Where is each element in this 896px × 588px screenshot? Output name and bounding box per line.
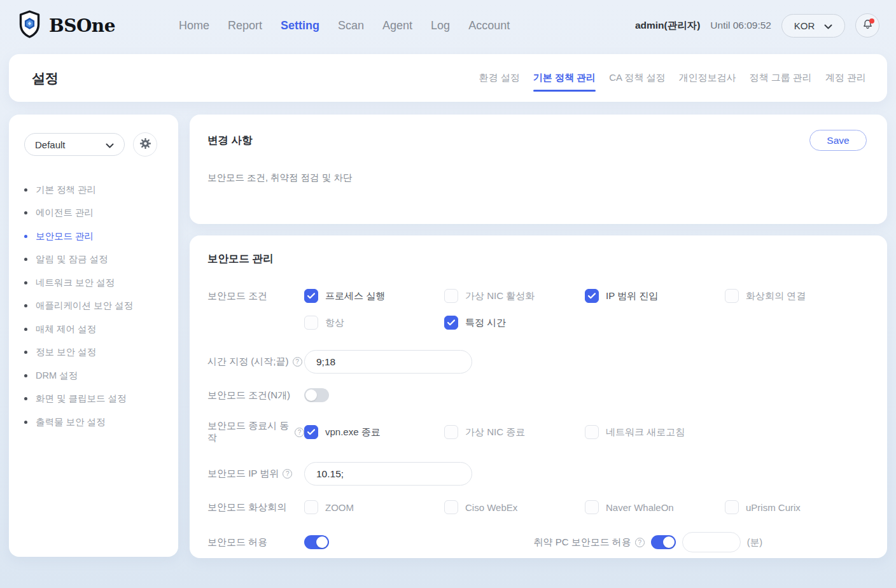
- checkbox-virtual-nic-active[interactable]: 가상 NIC 활성화: [444, 289, 585, 303]
- main-column: 변경 사항 Save 보안모드 조건, 취약점 점검 및 차단 보안모드 관리 …: [190, 115, 887, 558]
- nav-home[interactable]: Home: [179, 19, 209, 32]
- language-select[interactable]: KOR: [781, 14, 845, 38]
- checkbox-network-refresh[interactable]: 네트워크 새로고침: [585, 425, 725, 439]
- bullet-icon: [24, 374, 27, 377]
- sidebar-menu: 기본 정책 관리 에이전트 관리 보안모드 관리 알림 및 잠금 설정 네트워크…: [24, 178, 163, 434]
- bullet-icon: [24, 281, 27, 284]
- secure-mode-allow-toggle[interactable]: [304, 535, 329, 549]
- sidebar-item-basic-policy[interactable]: 기본 정책 관리: [24, 178, 163, 202]
- checkbox-naver-whaleon[interactable]: Naver WhaleOn: [585, 500, 725, 514]
- checkbox-ip-range-entry[interactable]: IP 범위 진입: [585, 289, 725, 303]
- vulnerable-pc-label: 취약 PC 보안모드 허용 ?: [533, 536, 644, 549]
- nav-agent[interactable]: Agent: [382, 19, 412, 32]
- minutes-unit-label: (분): [747, 536, 762, 549]
- bullet-icon: [24, 258, 27, 261]
- checkbox-virtual-nic-exit[interactable]: 가상 NIC 종료: [444, 425, 585, 439]
- ip-range-label: 보안모드 IP 범위 ?: [207, 468, 304, 480]
- shield-logo-icon: [17, 10, 43, 41]
- checkbox-uprism-curix[interactable]: uPrism Curix: [725, 500, 869, 514]
- tab-policy-group[interactable]: 정책 그룹 관리: [749, 69, 811, 87]
- time-range-input[interactable]: [304, 350, 472, 374]
- sidebar-item-print-security[interactable]: 출력물 보안 설정: [24, 410, 163, 434]
- checkbox-icon: [585, 500, 599, 514]
- policy-select-value: Default: [35, 139, 66, 150]
- checkbox-ciso-webex[interactable]: Ciso WebEx: [444, 500, 585, 514]
- info-icon: ?: [293, 357, 302, 367]
- info-icon: ?: [283, 469, 292, 479]
- settings-tabs: 환경 설정 기본 정책 관리 CA 정책 설정 개인정보검사 정책 그룹 관리 …: [479, 69, 866, 87]
- checkbox-icon: [725, 500, 739, 514]
- checkbox-icon: [725, 289, 739, 303]
- tab-privacy-scan[interactable]: 개인정보검사: [678, 69, 736, 87]
- time-range-label: 시간 지정 (시작;끝) ?: [207, 356, 304, 368]
- tab-env-settings[interactable]: 환경 설정: [479, 69, 520, 87]
- condition-row: 보안모드 조건 프로세스 실행 가상 NIC 활성화 I: [207, 289, 869, 330]
- sidebar-item-network-security[interactable]: 네트워크 보안 설정: [24, 271, 163, 295]
- bullet-icon: [24, 351, 27, 354]
- tab-ca-policy[interactable]: CA 정책 설정: [609, 69, 665, 87]
- checkbox-icon: [585, 289, 599, 303]
- checkbox-icon: [444, 500, 458, 514]
- policy-settings-button[interactable]: [133, 132, 157, 157]
- vulnerable-minutes-input[interactable]: [682, 532, 741, 552]
- nav-setting[interactable]: Setting: [281, 19, 319, 32]
- policy-select[interactable]: Default: [24, 133, 125, 156]
- nav-log[interactable]: Log: [431, 19, 450, 32]
- allow-label: 보안모드 허용: [207, 536, 304, 549]
- bullet-icon: [24, 328, 27, 331]
- condition-n-row: 보안모드 조건(N개): [207, 388, 869, 402]
- tab-account-mgmt[interactable]: 계정 관리: [825, 69, 866, 87]
- bullet-icon: [24, 188, 27, 192]
- checkbox-process-exec[interactable]: 프로세스 실행: [304, 289, 444, 303]
- checkbox-specific-time[interactable]: 특정 시간: [444, 316, 585, 330]
- ip-range-input[interactable]: [304, 462, 472, 486]
- vulnerable-pc-toggle[interactable]: [651, 535, 676, 549]
- sidebar-item-media-control[interactable]: 매체 제어 설정: [24, 318, 163, 341]
- sidebar-item-drm[interactable]: DRM 설정: [24, 364, 163, 388]
- save-button[interactable]: Save: [809, 130, 867, 151]
- checkbox-video-conference-connect[interactable]: 화상회의 연결: [725, 289, 869, 303]
- changes-card: 변경 사항 Save 보안모드 조건, 취약점 점검 및 차단: [190, 115, 887, 224]
- notifications-button[interactable]: [855, 13, 879, 38]
- checkbox-vpn-exit[interactable]: vpn.exe 종료: [304, 425, 444, 439]
- sidebar-item-screen-clipboard[interactable]: 화면 및 클립보드 설정: [24, 388, 163, 411]
- toggle-knob: [663, 536, 675, 548]
- sidebar-item-agent[interactable]: 에이전트 관리: [24, 202, 163, 225]
- chevron-down-icon: [824, 20, 832, 31]
- notification-badge: [869, 18, 874, 24]
- user-name: admin(관리자): [635, 19, 700, 32]
- toggle-knob: [316, 536, 328, 548]
- checkbox-icon: [444, 289, 458, 303]
- tab-basic-policy[interactable]: 기본 정책 관리: [533, 69, 596, 87]
- chevron-down-icon: [106, 139, 114, 150]
- settings-titlebar: 설정 환경 설정 기본 정책 관리 CA 정책 설정 개인정보검사 정책 그룹 …: [9, 54, 887, 102]
- nav-scan[interactable]: Scan: [338, 19, 364, 32]
- header-right: admin(관리자) Until 06:09:52 KOR: [635, 13, 879, 38]
- sidebar-item-alert-lock[interactable]: 알림 및 잠금 설정: [24, 248, 163, 272]
- checkbox-zoom[interactable]: ZOOM: [304, 500, 444, 514]
- sidebar-item-secure-mode[interactable]: 보안모드 관리: [24, 225, 163, 248]
- bullet-icon: [24, 421, 27, 424]
- content-area: Default: [9, 115, 887, 558]
- checkbox-icon: [304, 289, 318, 303]
- brand-logo[interactable]: BSOne: [17, 10, 115, 41]
- app-header: BSOne Home Report Setting Scan Agent Log…: [0, 0, 896, 51]
- exit-action-label: 보안모드 종료시 동작 ?: [207, 420, 304, 444]
- condition-n-toggle[interactable]: [304, 388, 329, 402]
- checkbox-icon: [304, 425, 318, 439]
- nav-report[interactable]: Report: [228, 19, 262, 32]
- sidebar-item-info-security[interactable]: 정보 보안 설정: [24, 341, 163, 365]
- exit-action-row: 보안모드 종료시 동작 ? vpn.exe 종료 가상 NIC 종료 네트워크 …: [207, 420, 869, 444]
- condition-n-label: 보안모드 조건(N개): [207, 389, 304, 402]
- toggle-knob: [305, 389, 317, 401]
- secure-mode-card: 보안모드 관리 보안모드 조건 프로세스 실행 가상 NIC 활성화: [190, 235, 887, 558]
- time-range-row: 시간 지정 (시작;끝) ?: [207, 350, 869, 374]
- page-title: 설정: [32, 69, 59, 87]
- nav-account[interactable]: Account: [468, 19, 510, 32]
- sidebar-item-application-security[interactable]: 애플리케이션 보안 설정: [24, 295, 163, 318]
- checkbox-always[interactable]: 항상: [304, 316, 444, 330]
- checkbox-icon: [444, 316, 458, 330]
- checkbox-icon: [444, 425, 458, 439]
- session-timer: Until 06:09:52: [710, 20, 771, 31]
- main-nav: Home Report Setting Scan Agent Log Accou…: [179, 19, 510, 32]
